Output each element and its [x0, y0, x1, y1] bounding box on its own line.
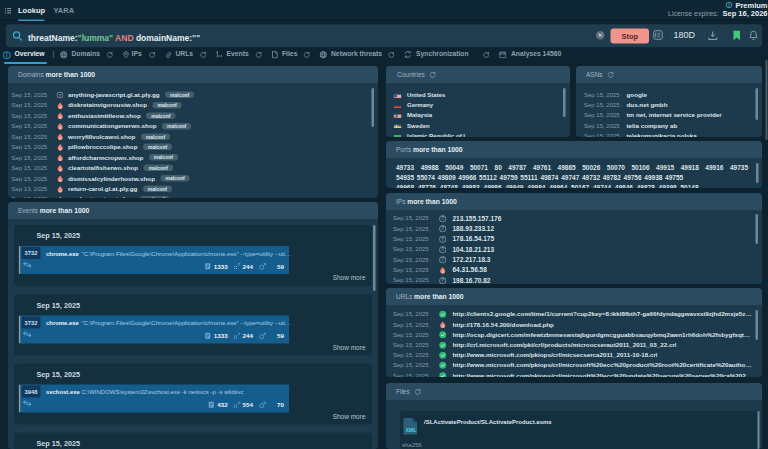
svg-text:XML: XML [405, 427, 417, 433]
svg-text:?: ? [441, 216, 444, 221]
svg-text:?: ? [441, 226, 444, 231]
svg-text:?: ? [441, 247, 444, 252]
svg-text:?: ? [441, 257, 444, 262]
svg-text:?: ? [59, 93, 62, 98]
svg-text:?: ? [441, 278, 444, 283]
svg-text:?: ? [441, 237, 444, 242]
